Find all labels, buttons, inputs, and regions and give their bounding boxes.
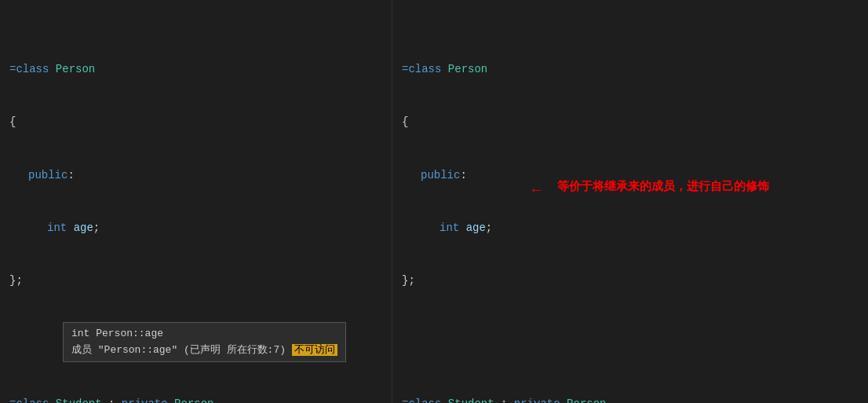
- tooltip-title: int Person::age: [71, 328, 337, 339]
- tooltip-popup: int Person::age 成员 "Person::age" (已声明 所在…: [63, 322, 346, 362]
- tooltip-inaccessible-badge: 不可访问: [292, 344, 337, 356]
- left-student-class-header: =class Student : private Person: [9, 395, 382, 403]
- left-code-pane: =class Person { public: int age; }; =cla…: [0, 0, 392, 403]
- tooltip-body: 成员 "Person::age" (已声明 所在行数:7) 不可访问: [71, 343, 337, 357]
- right-code-content: =class Person { public: int age; }; =cla…: [392, 3, 868, 403]
- red-arrow-annotation: ←: [532, 182, 541, 198]
- left-person-class-header: =class Person: [9, 60, 382, 78]
- right-person-class-header: =class Person: [402, 60, 859, 78]
- right-student-class-header: =class Student : private Person: [402, 395, 859, 403]
- chinese-annotation: 等价于将继承来的成员，进行自己的修饰: [557, 179, 769, 194]
- right-code-pane: =class Person { public: int age; }; =cla…: [392, 0, 868, 403]
